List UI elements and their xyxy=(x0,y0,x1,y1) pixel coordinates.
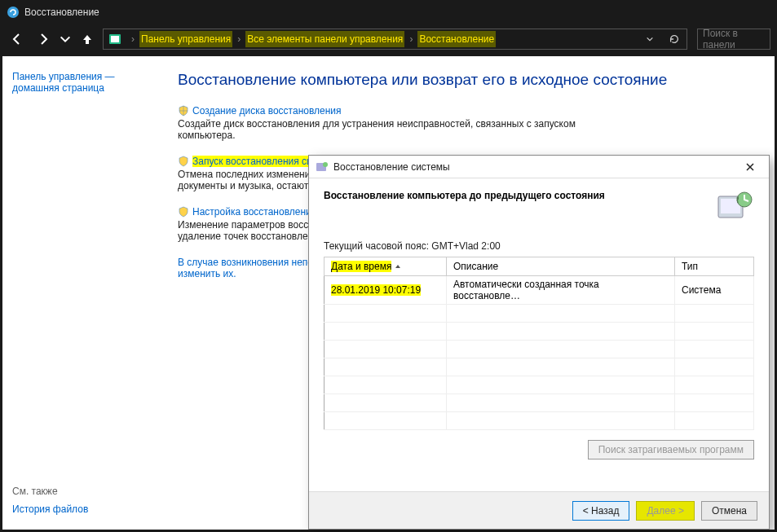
sort-asc-icon xyxy=(395,263,401,270)
table-row xyxy=(324,394,754,412)
sidebar: Панель управления — домашняя страница См… xyxy=(2,56,161,530)
address-dropdown-icon[interactable] xyxy=(638,35,662,43)
scan-affected-programs-button: Поиск затрагиваемых программ xyxy=(588,440,754,459)
shield-icon xyxy=(178,156,189,167)
search-placeholder: Поиск в панели xyxy=(703,28,765,51)
window-titlebar: Восстановление xyxy=(0,0,777,24)
svg-point-4 xyxy=(323,162,328,167)
app-icon xyxy=(7,6,20,19)
restore-point-row[interactable]: 28.01.2019 10:07:19 Автоматически создан… xyxy=(324,276,754,305)
see-also-label: См. также xyxy=(12,486,88,497)
table-row xyxy=(324,412,754,430)
sidebar-footer: См. также История файлов xyxy=(12,486,88,515)
breadcrumb[interactable]: Панель управления Все элементы панели уп… xyxy=(103,29,687,50)
col-desc[interactable]: Описание xyxy=(447,257,675,276)
sidebar-home-line1: Панель управления — xyxy=(12,71,152,82)
restore-points-table[interactable]: Дата и время Описание Тип 28.01.2019 10:… xyxy=(324,257,754,430)
recent-dropdown[interactable] xyxy=(59,29,72,50)
back-button[interactable] xyxy=(7,29,28,50)
col-date[interactable]: Дата и время xyxy=(324,257,447,276)
dialog-title: Восстановление системы xyxy=(333,161,738,173)
back-button[interactable]: < Назад xyxy=(572,501,630,521)
cell-date: 28.01.2019 10:07:19 xyxy=(331,284,421,296)
col-type[interactable]: Тип xyxy=(675,257,754,276)
next-button[interactable]: Далее > xyxy=(636,501,695,521)
window-title: Восстановление xyxy=(24,7,99,18)
control-panel-icon xyxy=(107,31,123,47)
forward-button[interactable] xyxy=(33,29,54,50)
shield-icon xyxy=(178,206,189,218)
wizard-icon xyxy=(715,187,754,226)
svg-rect-2 xyxy=(111,36,119,42)
breadcrumb-item-2[interactable]: Восстановление xyxy=(417,31,496,47)
chevron-icon xyxy=(232,33,245,45)
table-row xyxy=(324,341,754,358)
sidebar-home-line2: домашняя страница xyxy=(12,82,152,94)
shield-icon xyxy=(178,105,189,117)
dialog-footer: < Назад Далее > Отмена xyxy=(309,491,769,529)
task-desc: Создайте диск восстановления для устране… xyxy=(178,118,602,141)
dialog-body: Восстановление компьютера до предыдущего… xyxy=(309,178,769,491)
up-button[interactable] xyxy=(77,29,98,50)
dialog-titlebar[interactable]: Восстановление системы xyxy=(309,156,769,178)
search-input[interactable]: Поиск в панели xyxy=(697,29,770,50)
cell-type: Система xyxy=(675,276,754,305)
sidebar-home-link[interactable]: Панель управления — домашняя страница xyxy=(12,71,152,94)
nav-bar: Панель управления Все элементы панели уп… xyxy=(0,24,777,54)
close-button[interactable] xyxy=(738,157,762,177)
refresh-button[interactable] xyxy=(662,33,686,45)
breadcrumb-item-0[interactable]: Панель управления xyxy=(139,31,232,47)
file-history-link[interactable]: История файлов xyxy=(12,503,88,515)
chevron-icon xyxy=(126,33,139,45)
cell-desc: Автоматически созданная точка восстановл… xyxy=(447,276,675,305)
restore-icon xyxy=(316,160,329,174)
table-row xyxy=(324,305,754,323)
table-row xyxy=(324,323,754,341)
task-link[interactable]: Создание диска восстановления xyxy=(192,105,342,117)
table-row xyxy=(324,376,754,394)
table-row xyxy=(324,358,754,376)
chevron-icon xyxy=(404,33,417,45)
task-create-recovery-drive: Создание диска восстановления Создайте д… xyxy=(178,105,758,141)
timezone-label: Текущий часовой пояс: GMT+Vlad 2:00 xyxy=(324,240,754,252)
cancel-button[interactable]: Отмена xyxy=(701,501,757,521)
system-restore-dialog: Восстановление системы Восстановление ко… xyxy=(308,155,770,530)
page-title: Восстановление компьютера или возврат ег… xyxy=(178,71,758,89)
breadcrumb-item-1[interactable]: Все элементы панели управления xyxy=(245,31,404,47)
dialog-heading: Восстановление компьютера до предыдущего… xyxy=(324,190,754,201)
svg-point-0 xyxy=(7,7,19,18)
